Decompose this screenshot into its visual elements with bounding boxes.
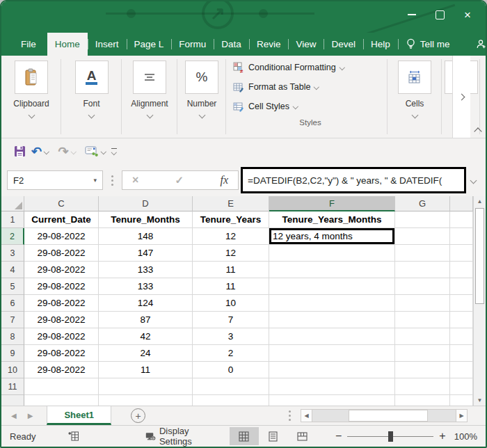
clipboard-group[interactable]: Clipboard [1,56,61,138]
macro-record-button[interactable] [68,431,79,441]
cells-button[interactable] [398,61,431,94]
cell-e8[interactable]: 3 [193,328,269,345]
cell-f9[interactable] [269,345,395,362]
font-group[interactable]: A Font [61,56,122,138]
column-header-c[interactable]: C [24,196,99,211]
cell-d5[interactable]: 133 [99,278,193,295]
redo-button[interactable]: ↷ [56,143,72,160]
email-button[interactable] [82,143,102,160]
new-sheet-button[interactable]: + [131,408,145,423]
save-button[interactable] [11,143,29,160]
format-as-table-button[interactable]: Format as Table [233,77,388,97]
cell-c1[interactable]: Current_Date [24,211,99,228]
row-header-7[interactable]: 7 [1,312,24,328]
cell-f10[interactable] [269,362,395,378]
sheet-tab-sheet1[interactable]: Sheet1 [47,406,111,425]
zoom-level[interactable]: 100% [452,431,477,442]
cell-f8[interactable] [269,328,395,345]
cell-c6[interactable]: 29-08-2022 [24,295,99,312]
cell-d6[interactable]: 124 [99,295,193,312]
number-button[interactable]: % [185,61,218,94]
cell-d3[interactable]: 147 [99,245,193,262]
cell-d8[interactable]: 42 [99,328,193,345]
font-button[interactable]: A [75,61,109,94]
cell-e10[interactable]: 0 [193,362,269,378]
cell-c3[interactable]: 29-08-2022 [24,245,99,262]
cell-e11[interactable] [193,378,269,395]
row-header-2[interactable]: 2 [1,228,24,245]
zoom-slider-thumb[interactable] [388,431,393,442]
cell-c7[interactable]: 29-08-2022 [24,312,99,328]
display-settings-button[interactable]: Display Settings [145,426,211,447]
insert-function-icon[interactable]: fx [220,174,228,186]
tab-view[interactable]: View [288,33,324,56]
cell-g4[interactable] [395,262,450,278]
sheet-prev-icon[interactable]: ◀ [11,412,17,419]
cell-g11[interactable] [395,378,450,395]
alignment-group[interactable]: Alignment [122,56,177,138]
tab-home[interactable]: Home [47,33,88,56]
cell-c10[interactable]: 29-08-2022 [24,362,99,378]
cell-g5[interactable] [395,278,450,295]
scroll-left-icon[interactable]: ◀ [301,409,312,422]
maximize-button[interactable] [426,4,454,25]
tab-page-layout[interactable]: Page L [127,33,172,56]
cells-group[interactable]: Cells [388,56,442,138]
cell-c8[interactable]: 29-08-2022 [24,328,99,345]
cell-g6[interactable] [395,295,450,312]
normal-view-button[interactable] [230,427,259,445]
cell-f5[interactable] [269,278,395,295]
cell-g8[interactable] [395,328,450,345]
cell-e6[interactable]: 10 [193,295,269,312]
scroll-up-icon[interactable]: ▲ [477,196,483,207]
alignment-button[interactable] [133,61,166,94]
horizontal-scrollbar-track[interactable] [312,409,456,422]
scroll-down-icon[interactable]: ▼ [477,395,483,406]
tab-developer[interactable]: Devel [324,33,363,56]
horizontal-scrollbar-thumb[interactable] [349,410,428,422]
row-header-9[interactable]: 9 [1,345,24,362]
cell-d4[interactable]: 133 [99,262,193,278]
cell-d2[interactable]: 148 [99,228,193,245]
cell-c11[interactable] [24,378,99,395]
tab-data[interactable]: Data [214,33,249,56]
cell-g3[interactable] [395,245,450,262]
share-button[interactable]: Share [468,33,487,56]
cell-g7[interactable] [395,312,450,328]
tab-formulas[interactable]: Formu [171,33,214,56]
cell-d10[interactable]: 11 [99,362,193,378]
cell-e7[interactable]: 7 [193,312,269,328]
cell-f1[interactable]: Tenure_Years_Months [269,211,395,228]
undo-button[interactable]: ↶ [29,143,45,160]
row-header-4[interactable]: 4 [1,262,24,278]
vertical-scrollbar-thumb[interactable] [475,208,484,304]
vertical-scrollbar[interactable]: ▲ ▼ [473,196,486,406]
tab-file[interactable]: File [10,33,47,56]
name-box-dropdown-icon[interactable]: ▾ [93,177,97,184]
tab-insert[interactable]: Insert [88,33,127,56]
zoom-slider[interactable] [347,436,433,437]
tab-bar-splitter[interactable] [289,415,291,417]
row-header-8[interactable]: 8 [1,328,24,345]
row-header-6[interactable]: 6 [1,295,24,312]
ribbon-scroll-right-button[interactable] [452,56,470,138]
page-layout-view-button[interactable] [259,427,288,445]
cell-f6[interactable] [269,295,395,312]
cell-g1[interactable] [395,211,450,228]
email-dropdown-chevron-icon[interactable] [101,149,106,154]
tab-help[interactable]: Help [363,33,398,56]
conditional-formatting-button[interactable]: ≠ Conditional Formatting [233,58,388,77]
sheet-next-icon[interactable]: ▶ [28,412,33,419]
cancel-icon[interactable]: × [132,174,138,186]
horizontal-scrollbar[interactable]: ◀ ▶ [289,409,468,422]
row-header-11[interactable]: 11 [1,378,24,395]
scroll-right-icon[interactable]: ▶ [456,409,468,422]
cell-g9[interactable] [395,345,450,362]
formula-bar-resize-handle[interactable] [111,179,113,182]
cell-e9[interactable]: 2 [193,345,269,362]
column-header-partial[interactable] [450,196,473,211]
tab-review[interactable]: Revie [249,33,289,56]
expand-formula-bar-button[interactable] [466,178,480,183]
row-header-5[interactable]: 5 [1,278,24,295]
cell-c9[interactable]: 29-08-2022 [24,345,99,362]
